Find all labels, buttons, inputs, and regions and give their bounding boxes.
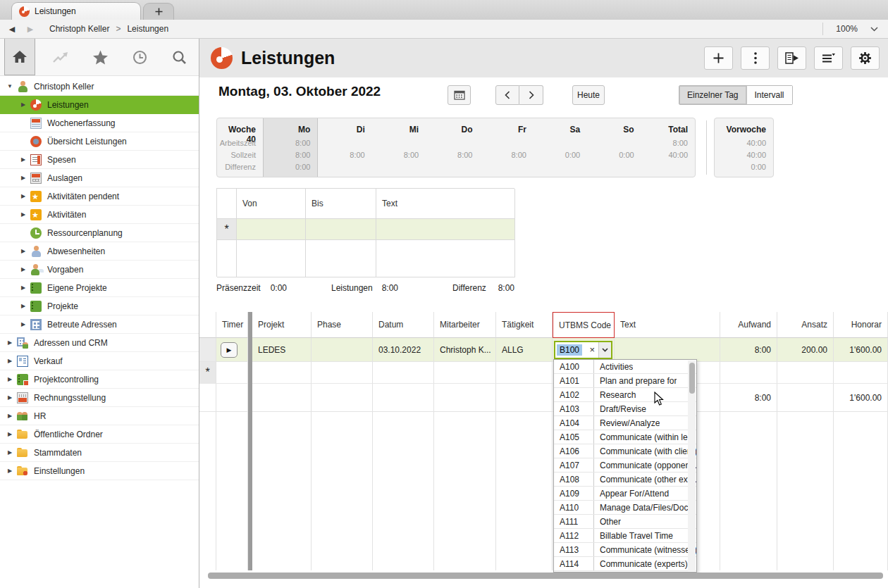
- column-header-ansatz[interactable]: Ansatz: [777, 312, 834, 338]
- tree-item-christoph-keller[interactable]: ▼Christoph Keller: [0, 77, 199, 96]
- dropdown-item-a101[interactable]: A101Plan and prepare for: [554, 374, 696, 388]
- expand-arrow-icon[interactable]: ▶: [4, 339, 16, 346]
- tree-item-spesen[interactable]: ▶Spesen: [0, 151, 199, 169]
- expand-arrow-icon[interactable]: ▶: [4, 468, 16, 474]
- zoom-level[interactable]: 100%: [830, 24, 863, 34]
- expand-arrow-icon[interactable]: ▶: [4, 358, 16, 364]
- phase-cell[interactable]: [312, 338, 373, 362]
- week-day-di[interactable]: Di8:00: [318, 118, 371, 177]
- new-row-von-cell[interactable]: [237, 219, 306, 240]
- dropdown-scrollbar[interactable]: [688, 361, 696, 571]
- toggle-interval[interactable]: Intervall: [746, 86, 792, 104]
- view-options-button[interactable]: [814, 46, 843, 70]
- ansatz-cell[interactable]: 200.00: [777, 338, 834, 362]
- dropdown-item-a111[interactable]: A111Other: [554, 515, 696, 529]
- column-header-datum[interactable]: Datum: [373, 312, 434, 338]
- utbms-combobox-value[interactable]: B100: [557, 344, 582, 356]
- tree-item-oeffentliche-ordner[interactable]: ▶Öffentliche Ordner: [0, 425, 199, 444]
- nav-home-button[interactable]: [4, 39, 35, 75]
- tree-item-auslagen[interactable]: ▶Auslagen: [0, 169, 199, 187]
- column-header-text[interactable]: Text: [376, 189, 515, 219]
- dropdown-item-a109[interactable]: A109Appear For/Attend: [554, 487, 696, 501]
- dropdown-item-a110[interactable]: A110Manage Data/Files/Doc...: [554, 501, 696, 515]
- tree-item-betreute-adressen[interactable]: ▶Betreute Adressen: [0, 315, 199, 334]
- more-options-button[interactable]: [741, 46, 770, 70]
- column-header-taetigkeit[interactable]: Tätigkeit: [496, 312, 553, 338]
- expand-arrow-icon[interactable]: ▶: [18, 211, 29, 218]
- expand-arrow-icon[interactable]: ▶: [18, 266, 29, 273]
- new-tab-button[interactable]: [143, 3, 174, 20]
- tree-item-verkauf[interactable]: ▶Verkauf: [0, 352, 199, 370]
- column-header-aufwand[interactable]: Aufwand: [720, 312, 777, 338]
- expand-arrow-icon[interactable]: ▶: [4, 449, 16, 456]
- expand-arrow-icon[interactable]: ▶: [18, 303, 29, 309]
- settings-button[interactable]: [851, 46, 880, 70]
- column-header-utbms-code[interactable]: UTBMS Code: [553, 312, 615, 338]
- dropdown-item-a114[interactable]: A114Communicate (experts): [554, 557, 696, 571]
- next-day-button[interactable]: [519, 85, 543, 105]
- empty-cell[interactable]: [216, 362, 248, 384]
- expand-arrow-icon[interactable]: ▶: [18, 193, 29, 199]
- dropdown-item-a104[interactable]: A104Review/Analyze: [554, 416, 696, 430]
- empty-cell[interactable]: [248, 362, 312, 384]
- utbms-combobox[interactable]: B100 ×: [554, 341, 612, 359]
- dropdown-item-a112[interactable]: A112Billable Travel Time: [554, 529, 696, 543]
- empty-cell[interactable]: [834, 362, 888, 384]
- tree-item-hr[interactable]: ▶HR: [0, 407, 199, 425]
- tree-item-adressen-und-crm[interactable]: ▶Adressen und CRM: [0, 334, 199, 352]
- empty-cell[interactable]: [496, 362, 553, 384]
- collapse-arrow-icon[interactable]: ▼: [4, 83, 16, 89]
- empty-cell[interactable]: [434, 362, 496, 384]
- dropdown-item-a105[interactable]: A105Communicate (within le...: [554, 430, 696, 444]
- row-selector-cell[interactable]: [199, 338, 216, 362]
- dropdown-item-a107[interactable]: A107Communicate (opponen...: [554, 458, 696, 473]
- report-button[interactable]: [777, 46, 806, 70]
- tree-item-stammdaten[interactable]: ▶Stammdaten: [0, 444, 199, 462]
- dropdown-item-a113[interactable]: A113Communicate (witnesses): [554, 543, 696, 557]
- dropdown-item-a108[interactable]: A108Communicate (other ext...: [554, 473, 696, 487]
- expand-arrow-icon[interactable]: ▶: [4, 376, 16, 382]
- back-icon[interactable]: ◀: [3, 25, 21, 34]
- column-header-projekt[interactable]: Projekt: [248, 312, 312, 338]
- column-header-text[interactable]: Text: [615, 312, 720, 338]
- mitarbeiter-cell[interactable]: Christoph K...: [434, 338, 496, 362]
- expand-arrow-icon[interactable]: ▶: [18, 284, 29, 291]
- tree-item-aktivitaeten[interactable]: ▶Aktivitäten: [0, 206, 199, 224]
- column-splitter[interactable]: [248, 312, 252, 570]
- dropdown-item-a106[interactable]: A106Communicate (with client): [554, 444, 696, 458]
- new-row-text-cell[interactable]: [376, 219, 515, 240]
- nav-history-button[interactable]: [120, 39, 159, 75]
- empty-cell[interactable]: [373, 362, 434, 384]
- expand-arrow-icon[interactable]: ▶: [18, 321, 29, 327]
- column-header-phase[interactable]: Phase: [312, 312, 373, 338]
- expand-arrow-icon[interactable]: ▶: [18, 101, 29, 108]
- empty-cell[interactable]: [777, 362, 834, 384]
- tree-item-uebersicht-leistungen[interactable]: Übersicht Leistungen: [0, 132, 199, 151]
- toggle-single-day[interactable]: Einzelner Tag: [679, 86, 746, 104]
- tree-item-rechnungsstellung[interactable]: ▶Rechnungsstellung: [0, 389, 199, 407]
- start-timer-button[interactable]: ▶: [221, 342, 238, 358]
- horizontal-scrollbar[interactable]: [208, 573, 883, 579]
- week-day-mo[interactable]: Mo8:008:000:00: [263, 118, 318, 177]
- week-day-mi[interactable]: Mi8:00: [372, 118, 426, 177]
- projekt-cell[interactable]: LEDES: [248, 338, 312, 362]
- tree-item-projekte[interactable]: ▶Projekte: [0, 297, 199, 315]
- empty-cell[interactable]: [720, 362, 777, 384]
- week-day-sa[interactable]: Sa0:00: [534, 118, 587, 177]
- new-row-bis-cell[interactable]: [306, 219, 376, 240]
- breadcrumb-user[interactable]: Christoph Keller: [49, 24, 109, 34]
- column-header-honorar[interactable]: Honorar: [834, 312, 888, 338]
- week-day-so[interactable]: So0:00: [587, 118, 641, 177]
- nav-search-button[interactable]: [159, 39, 199, 75]
- honorar-cell[interactable]: 1'600.00: [834, 338, 888, 362]
- tree-item-ressourcenplanung[interactable]: Ressourcenplanung: [0, 224, 199, 242]
- dropdown-item-a102[interactable]: A102Research: [554, 388, 696, 402]
- calendar-button[interactable]: [448, 85, 471, 105]
- expand-arrow-icon[interactable]: ▶: [4, 413, 16, 419]
- expand-arrow-icon[interactable]: ▶: [18, 156, 29, 163]
- aufwand-cell[interactable]: 8:00: [720, 338, 777, 362]
- combobox-dropdown-button[interactable]: [598, 342, 611, 358]
- zoom-dropdown-button[interactable]: [863, 27, 888, 32]
- column-header-von[interactable]: Von: [237, 189, 306, 219]
- expand-arrow-icon[interactable]: ▶: [4, 431, 16, 437]
